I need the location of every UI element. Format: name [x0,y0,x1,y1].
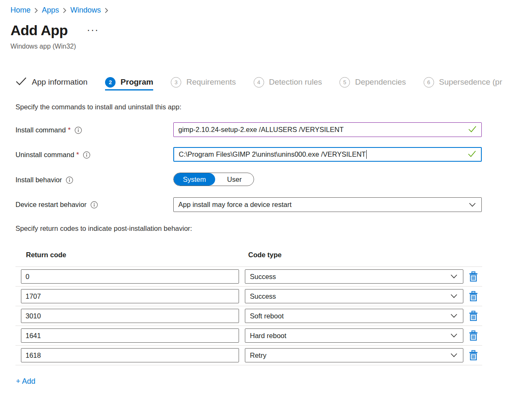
install-command-input[interactable]: gimp-2.10.24-setup-2.exe /ALLUSERS /VERY… [173,122,482,137]
tab-app-information[interactable]: App information [15,74,87,90]
info-icon[interactable] [90,201,98,209]
chevron-down-icon [450,351,457,359]
info-icon[interactable] [83,151,90,159]
code-type-value: Success [250,273,276,281]
table-row: Success [15,266,482,286]
return-code-input[interactable] [21,348,239,362]
commands-intro-text: Specify the commands to install and unin… [15,103,181,111]
device-restart-behavior-select[interactable]: App install may force a device restart [173,197,482,212]
tab-label: App information [32,78,87,87]
return-code-input[interactable] [21,269,239,284]
breadcrumb: Home Apps Windows [10,6,112,15]
step-number-badge: 2 [105,77,116,88]
page-title: Add App [10,22,68,39]
chevron-down-icon [450,292,457,300]
table-row: Retry [15,345,482,365]
add-app-page: Home Apps Windows Add App ... Windows ap… [0,0,532,398]
return-code-input[interactable] [21,289,239,303]
table-row: Hard reboot [15,326,482,345]
chevron-right-icon [63,8,67,13]
tab-label: Program [121,78,153,87]
column-header-code-type: Code type [248,251,282,259]
wizard-steps: App information 2 Program 3 Requirements… [15,74,532,90]
step-number-badge: 5 [339,77,350,88]
install-behavior-option-user[interactable]: User [215,173,254,186]
device-restart-behavior-value: App install may force a device restart [178,201,292,209]
valid-check-icon [468,150,476,159]
code-type-value: Success [250,292,276,300]
delete-row-button[interactable] [468,310,479,322]
install-command-value: gimp-2.10.24-setup-2.exe /ALLUSERS /VERY… [178,126,344,134]
step-number-badge: 4 [254,77,264,88]
return-codes-table: Success Success Soft reboot Hard [15,266,482,365]
uninstall-command-label: Uninstall command * [15,151,90,159]
step-number-badge: 6 [424,77,434,88]
column-header-return-code: Return code [26,251,66,259]
valid-check-icon [468,125,477,134]
chevron-down-icon [450,312,457,320]
delete-row-button[interactable] [468,330,479,341]
code-type-select[interactable]: Hard reboot [245,328,463,343]
step-number-badge: 3 [171,77,181,88]
code-type-select[interactable]: Success [245,269,463,284]
uninstall-command-value: C:\Program Files\GIMP 2\uninst\unins000.… [179,150,366,158]
delete-row-button[interactable] [468,271,479,282]
delete-row-button[interactable] [468,350,479,361]
tab-dependencies[interactable]: 5 Dependencies [339,74,406,90]
return-codes-intro-text: Specify return codes to indicate post-in… [15,225,192,233]
code-type-select[interactable]: Soft reboot [245,309,463,323]
required-asterisk: * [76,151,79,159]
table-row: Success [15,286,482,306]
info-icon[interactable] [75,127,82,134]
return-code-input[interactable] [21,309,239,323]
code-type-value: Hard reboot [250,332,286,340]
delete-row-button[interactable] [468,291,479,302]
tab-program[interactable]: 2 Program [105,74,153,90]
breadcrumb-windows[interactable]: Windows [70,6,101,15]
install-behavior-toggle: System User [173,173,254,186]
chevron-down-icon [450,332,457,340]
tab-label: Dependencies [355,78,406,87]
chevron-right-icon [34,8,38,13]
tab-label: Requirements [186,78,236,87]
page-subtitle: Windows app (Win32) [10,43,76,50]
required-asterisk: * [68,126,70,134]
code-type-select[interactable]: Retry [245,348,463,362]
text-cursor [366,150,367,159]
return-code-input[interactable] [21,328,239,343]
info-icon[interactable] [66,176,73,184]
tab-label: Supersedence (pr [439,78,502,87]
table-row: Soft reboot [15,306,482,326]
chevron-down-icon [450,273,457,281]
chevron-right-icon [105,8,108,13]
install-behavior-option-system[interactable]: System [174,173,215,186]
install-command-label: Install command * [15,126,82,134]
breadcrumb-home[interactable]: Home [10,6,31,15]
tab-label: Detection rules [269,78,322,87]
check-icon [15,77,27,88]
tab-supersedence[interactable]: 6 Supersedence (pr [424,74,502,90]
install-behavior-label: Install behavior [15,176,73,184]
code-type-select[interactable]: Success [245,289,463,303]
add-return-code-button[interactable]: + Add [16,377,36,386]
more-options-icon[interactable]: ... [87,22,99,34]
tab-detection-rules[interactable]: 4 Detection rules [254,74,322,90]
device-restart-behavior-label: Device restart behavior [15,201,98,209]
code-type-value: Soft reboot [250,312,284,320]
chevron-down-icon [469,201,476,209]
code-type-value: Retry [250,351,266,359]
tab-requirements[interactable]: 3 Requirements [171,74,236,90]
uninstall-command-input[interactable]: C:\Program Files\GIMP 2\uninst\unins000.… [173,147,482,162]
breadcrumb-apps[interactable]: Apps [42,6,59,15]
